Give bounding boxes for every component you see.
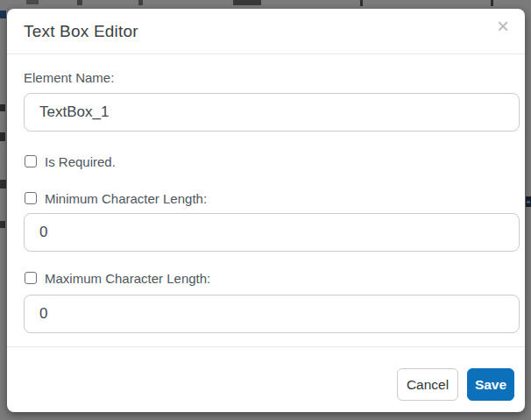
dimmed-backdrop: Text Box Editor × Element Name: Is Requi… [0,0,531,420]
close-icon[interactable]: × [495,16,511,37]
backdrop-fragment [527,201,530,203]
save-button[interactable]: Save [467,368,514,401]
backdrop-fragment [0,132,5,141]
backdrop-fragment [360,0,363,6]
element-name-label: Element Name: [24,69,508,87]
dialog-footer: Cancel Save [7,346,525,412]
backdrop-fragment [77,0,82,5]
backdrop-fragment [491,0,493,6]
element-name-input[interactable] [24,93,520,132]
cancel-button[interactable]: Cancel [397,368,458,401]
max-length-row: Maximum Character Length: [24,269,508,287]
max-length-input[interactable] [24,295,520,333]
dialog-title: Text Box Editor [24,22,138,41]
text-box-editor-dialog: Text Box Editor × Element Name: Is Requi… [7,9,525,412]
dialog-header: Text Box Editor × [7,9,525,54]
backdrop-fragment [0,11,6,18]
max-length-checkbox[interactable] [25,272,37,284]
dialog-body: Element Name: Is Required. Minimum Chara… [7,54,525,346]
backdrop-fragment [0,221,5,228]
max-length-label: Maximum Character Length: [45,271,210,286]
backdrop-fragment [138,0,143,5]
is-required-label: Is Required. [45,154,116,169]
min-length-checkbox[interactable] [25,192,37,204]
min-length-row: Minimum Character Length: [24,189,508,207]
min-length-label: Minimum Character Length: [45,191,207,206]
backdrop-fragment [26,0,39,4]
backdrop-fragment [233,0,261,5]
backdrop-fragment [0,180,6,189]
is-required-checkbox[interactable] [25,155,37,167]
is-required-row: Is Required. [24,153,508,170]
backdrop-fragment [0,104,5,111]
min-length-input[interactable] [24,213,520,252]
